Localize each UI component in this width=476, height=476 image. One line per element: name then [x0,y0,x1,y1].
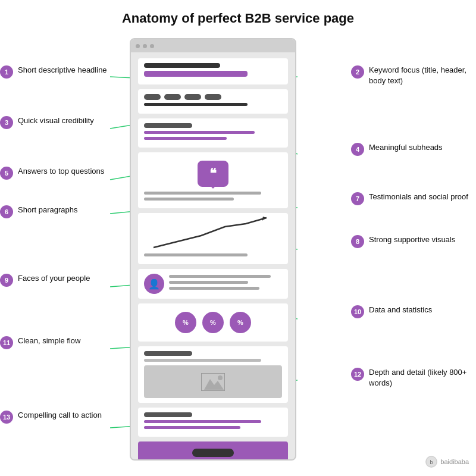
label-8: 8 Strong supportive visuals [351,234,455,248]
label-text-12: Depth and detail (likely 800+ words) [369,367,476,388]
dot-item [144,94,161,100]
person-text-lines [169,275,282,293]
headline-bar [144,63,220,68]
percent-badge-2: % [202,312,224,333]
label-text-13: Compelling call to action [18,410,102,421]
subheads-section [138,118,288,148]
quote-mark: ❝ [209,166,217,181]
num-badge-4: 4 [351,143,364,156]
percent-row: % % % [144,308,282,337]
body-line [144,131,255,134]
line-chart [144,215,282,253]
main-container: ❝ 👤 [0,32,476,472]
clean-flow-section [138,346,288,403]
image-icon [201,373,225,391]
label-9: 9 Faces of your people [0,273,90,287]
label-10: 10 Data and statistics [351,305,432,318]
label-text-1: Short descriptive headline [18,65,107,76]
num-badge-10: 10 [351,305,364,318]
cta-section [138,441,288,461]
num-badge-5: 5 [0,167,13,180]
testimonial-line [144,192,261,195]
label-text-4: Meaningful subheads [369,142,443,153]
visual-credibility-section [138,89,288,114]
label-2: 2 Keyword focus (title, header, body tex… [351,65,476,86]
page-title: Anatomy of perfect B2B service page [0,0,476,32]
label-text-3: Quick visual credibility [18,115,94,126]
label-12: 12 Depth and detail (likely 800+ words) [351,367,476,388]
label-6: 6 Short paragraphs [0,205,77,218]
num-badge-6: 6 [0,205,13,218]
label-text-10: Data and statistics [369,305,432,315]
label-text-8: Strong supportive visuals [369,234,455,245]
cta-button[interactable] [192,449,234,457]
image-placeholder [144,365,282,398]
person-icon: 👤 [148,278,160,290]
person-line-3 [169,287,259,290]
label-text-7: Testimonials and social proof [369,192,468,202]
avatar: 👤 [144,274,164,294]
dot-item [184,94,201,100]
label-3: 3 Quick visual credibility [0,115,94,129]
browser-content: ❝ 👤 [131,52,295,461]
statistics-section: % % % [138,303,288,342]
num-badge-13: 13 [0,411,13,424]
num-badge-1: 1 [0,65,13,79]
num-badge-8: 8 [351,235,364,248]
people-section: 👤 [138,269,288,299]
dot-1 [136,44,140,48]
depth-line-1 [144,420,261,423]
label-11: 11 Clean, simple flow [0,336,81,349]
svg-point-16 [218,375,223,380]
sub-bar [144,103,248,106]
label-text-6: Short paragraphs [18,205,77,215]
dot-3 [150,44,154,48]
depth-section [138,408,288,437]
label-5: 5 Answers to top questions [0,166,104,180]
percent-badge-1: % [175,312,196,333]
testimonial-line-2 [144,198,234,201]
logo-icon: b [425,456,437,468]
num-badge-9: 9 [0,274,13,287]
watermark: b baidibaba [425,456,469,468]
subheadline-bar [144,71,248,77]
watermark-text: baidibaba [440,458,469,465]
flow-header [144,351,192,356]
label-text-5: Answers to top questions [18,166,104,177]
quote-bubble: ❝ [198,161,228,187]
label-7: 7 Testimonials and social proof [351,192,468,205]
svg-marker-15 [204,379,224,390]
svg-text:b: b [430,459,433,465]
num-badge-12: 12 [351,368,364,381]
chart-label [144,253,248,256]
browser-mockup: ❝ 👤 [130,38,296,461]
label-text-2: Keyword focus (title, header, body text) [369,65,476,86]
label-13: 13 Compelling call to action [0,410,102,424]
dot-item [205,94,221,100]
dot-item [164,94,181,100]
label-4: 4 Meaningful subheads [351,142,443,156]
flow-line [144,359,261,362]
num-badge-3: 3 [0,116,13,129]
num-badge-11: 11 [0,336,13,349]
subhead-bar [144,123,192,128]
dot-2 [143,44,147,48]
label-text-9: Faces of your people [18,273,90,284]
body-line-2 [144,137,227,140]
num-badge-2: 2 [351,65,364,79]
browser-bar [131,39,295,52]
headline-section [138,58,288,84]
label-1: 1 Short descriptive headline [0,65,107,79]
person-row: 👤 [144,274,282,294]
num-badge-7: 7 [351,192,364,205]
chart-section [138,213,288,264]
depth-line-2 [144,426,240,429]
multi-dots [144,94,282,100]
watermark-logo: b [425,456,437,468]
percent-badge-3: % [230,312,251,333]
depth-header [144,412,192,417]
person-line-1 [169,275,271,278]
chart-area [144,218,282,253]
testimonials-section: ❝ [138,152,288,208]
person-line-2 [169,281,248,284]
